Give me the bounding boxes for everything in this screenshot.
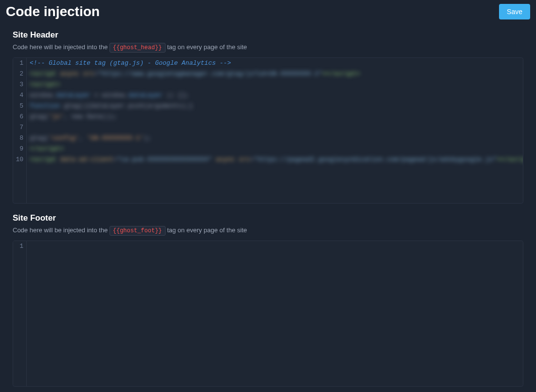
site-footer-description: Code here will be injected into the {{gh… <box>13 226 523 236</box>
line-number: 2 <box>13 69 27 79</box>
code-line[interactable]: 1<!-- Global site tag (gtag.js) - Google… <box>13 58 523 69</box>
site-header-title: Site Header <box>13 30 523 40</box>
site-footer-code-editor[interactable]: 1 <box>13 241 523 387</box>
code-content[interactable]: <script data-ad-client="ca-pub-XXXXXXXXX… <box>27 154 523 165</box>
code-content[interactable]: window.dataLayer = window.dataLayer || [… <box>27 90 523 101</box>
code-content[interactable] <box>27 122 523 133</box>
site-header-code-editor[interactable]: 1<!-- Global site tag (gtag.js) - Google… <box>13 57 523 204</box>
ghost-head-tag: {{ghost_head}} <box>110 43 166 53</box>
line-number: 5 <box>13 101 27 112</box>
code-line[interactable]: 5 function gtag(){dataLayer.push(argumen… <box>13 101 523 112</box>
site-header-section: Site Header Code here will be injected i… <box>0 23 536 206</box>
code-content[interactable]: </script> <box>27 144 523 154</box>
ghost-foot-tag: {{ghost_foot}} <box>110 226 166 236</box>
line-number: 1 <box>13 58 27 69</box>
code-injection-page: Code injection Save Site Header Code her… <box>0 0 536 390</box>
code-line[interactable]: 9</script> <box>13 144 523 154</box>
code-content[interactable]: <!-- Global site tag (gtag.js) - Google … <box>27 58 523 69</box>
code-content[interactable]: gtag('config', 'UA-XXXXXXXX-1'); <box>27 133 523 144</box>
line-number: 10 <box>13 154 27 165</box>
code-content[interactable]: function gtag(){dataLayer.push(arguments… <box>27 101 523 112</box>
line-number: 3 <box>13 79 27 90</box>
line-number: 8 <box>13 133 27 144</box>
line-number: 6 <box>13 112 27 122</box>
code-line[interactable]: 2<script async src="https://www.googleta… <box>13 69 523 79</box>
desc-text-after: tag on every page of the site <box>166 226 247 234</box>
site-header-description: Code here will be injected into the {{gh… <box>13 43 523 53</box>
page-header: Code injection Save <box>0 0 536 23</box>
save-button[interactable]: Save <box>499 4 530 19</box>
code-line[interactable]: 3<script> <box>13 79 523 90</box>
desc-text-before: Code here will be injected into the <box>13 43 110 51</box>
site-footer-section: Site Footer Code here will be injected i… <box>0 206 536 390</box>
desc-text-before: Code here will be injected into the <box>13 226 110 234</box>
code-line[interactable]: 8 gtag('config', 'UA-XXXXXXXX-1'); <box>13 133 523 144</box>
line-number: 4 <box>13 90 27 101</box>
code-line[interactable]: 4 window.dataLayer = window.dataLayer ||… <box>13 90 523 101</box>
page-title: Code injection <box>6 4 100 19</box>
code-content[interactable]: gtag('js', new Date()); <box>27 112 523 122</box>
code-content[interactable] <box>27 241 523 252</box>
code-line[interactable]: 10<script data-ad-client="ca-pub-XXXXXXX… <box>13 154 523 165</box>
code-content[interactable]: <script async src="https://www.googletag… <box>27 69 523 79</box>
code-line[interactable]: 6 gtag('js', new Date()); <box>13 112 523 122</box>
code-content[interactable]: <script> <box>27 79 523 90</box>
site-footer-title: Site Footer <box>13 213 523 223</box>
line-number: 1 <box>13 241 27 252</box>
line-number: 7 <box>13 122 27 133</box>
desc-text-after: tag on every page of the site <box>166 43 247 51</box>
code-line[interactable]: 1 <box>13 241 523 252</box>
line-number: 9 <box>13 144 27 154</box>
code-line[interactable]: 7 <box>13 122 523 133</box>
